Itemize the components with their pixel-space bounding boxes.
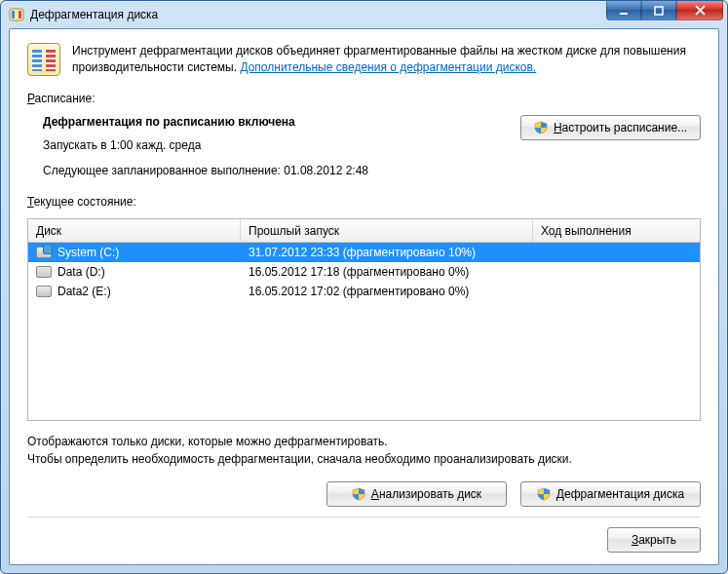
col-disk-header[interactable]: Диск [28, 219, 241, 242]
col-progress-header[interactable]: Ход выполнения [533, 219, 700, 242]
table-row[interactable]: Data (D:)16.05.2012 17:18 (фрагментирова… [28, 262, 700, 282]
svg-rect-4 [655, 7, 663, 15]
schedule-label: Расписание: [27, 92, 701, 105]
drive-icon [36, 247, 52, 258]
app-icon [9, 7, 24, 22]
defragment-button[interactable]: Дефрагментация диска [520, 481, 701, 507]
maximize-button[interactable] [641, 1, 676, 20]
shield-icon [534, 121, 548, 134]
schedule-row: Дефрагментация по расписанию включена За… [27, 115, 701, 189]
table-body: System (C:)31.07.2012 23:33 (фрагментиро… [28, 243, 700, 301]
analyze-button[interactable]: Анализировать диск [326, 481, 507, 507]
hint-line-2: Чтобы определить необходимость дефрагмен… [27, 452, 701, 466]
last-run: 16.05.2012 17:18 (фрагментировано 0%) [241, 265, 533, 279]
window-title: Дефрагментация диска [30, 8, 606, 21]
table-row[interactable]: System (C:)31.07.2012 23:33 (фрагментиро… [28, 243, 700, 262]
col-last-header[interactable]: Прошлый запуск [241, 219, 533, 242]
defrag-icon [27, 43, 60, 76]
action-row: Анализировать диск Дефрагментация диска [27, 470, 701, 517]
svg-rect-3 [620, 13, 628, 15]
svg-rect-1 [12, 11, 15, 19]
help-link[interactable]: Дополнительные сведения о дефрагментации… [240, 60, 536, 74]
intro-text: Инструмент дефрагментации дисков объедин… [72, 43, 701, 76]
configure-schedule-button[interactable]: Настроить расписание... [520, 115, 701, 140]
shield-icon [537, 487, 551, 501]
minimize-button[interactable] [606, 1, 641, 20]
disk-name: Data2 (E:) [57, 285, 111, 298]
window-controls [606, 5, 723, 24]
close-button[interactable] [676, 1, 723, 20]
svg-rect-2 [19, 11, 21, 19]
last-run: 16.05.2012 17:02 (фрагментировано 0%) [241, 285, 533, 298]
disk-table: Диск Прошлый запуск Ход выполнения Syste… [27, 218, 701, 421]
schedule-run-at: Запускать в 1:00 кажд. среда [43, 138, 368, 152]
drive-icon [36, 266, 52, 278]
hint-line-1: Отображаются только диски, которые можно… [27, 435, 701, 448]
status-label: Текущее состояние: [27, 195, 701, 209]
disk-name: System (C:) [57, 246, 119, 259]
client-area: Инструмент дефрагментации дисков объедин… [9, 28, 719, 565]
disk-name: Data (D:) [57, 265, 105, 279]
close-dialog-button[interactable]: Закрыть [607, 527, 701, 553]
close-row: Закрыть [27, 527, 701, 553]
last-run: 31.07.2012 23:33 (фрагментировано 10%) [241, 246, 533, 259]
app-window: Дефрагментация диска Инструмент дефрагме… [0, 0, 728, 574]
table-header: Диск Прошлый запуск Ход выполнения [28, 219, 700, 243]
shield-icon [352, 487, 365, 501]
table-row[interactable]: Data2 (E:)16.05.2012 17:02 (фрагментиров… [28, 282, 700, 301]
titlebar[interactable]: Дефрагментация диска [1, 1, 727, 28]
schedule-info: Дефрагментация по расписанию включена За… [27, 115, 368, 189]
intro-block: Инструмент дефрагментации дисков объедин… [27, 43, 701, 76]
drive-icon [36, 286, 52, 297]
schedule-enabled-heading: Дефрагментация по расписанию включена [43, 115, 368, 129]
schedule-next-run: Следующее запланированное выполнение: 01… [43, 164, 368, 177]
